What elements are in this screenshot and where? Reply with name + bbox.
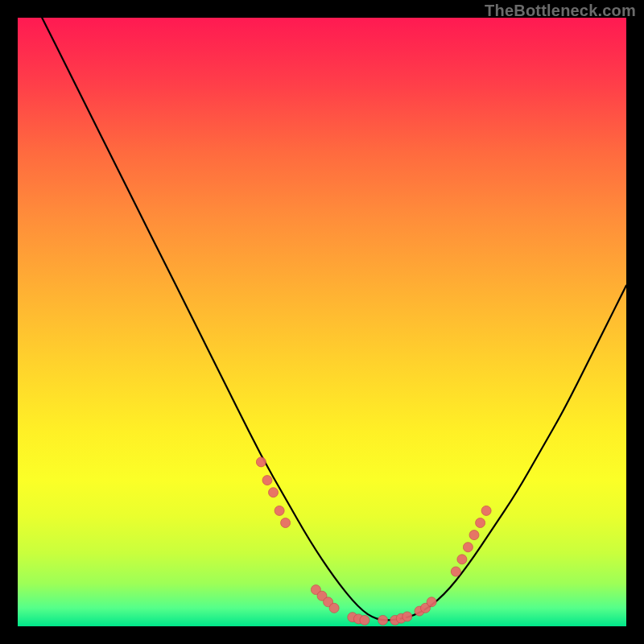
highlight-dot <box>469 530 479 540</box>
highlight-dot <box>275 506 284 515</box>
highlight-dot <box>463 543 473 552</box>
highlight-dot <box>476 518 485 528</box>
highlight-dot <box>256 457 266 467</box>
chart-frame <box>18 18 626 626</box>
highlight-dot <box>457 555 467 564</box>
highlighted-points-group <box>256 457 491 625</box>
highlight-dot <box>481 506 491 515</box>
watermark-text: TheBottleneck.com <box>485 2 636 20</box>
highlight-dot <box>262 476 272 485</box>
highlight-dot <box>281 518 291 528</box>
bottleneck-curve <box>42 18 626 620</box>
chart-svg <box>18 18 626 626</box>
highlight-dot <box>427 597 436 607</box>
highlight-dot <box>269 488 279 497</box>
highlight-dot <box>378 615 388 625</box>
highlight-dot <box>451 567 460 576</box>
highlight-dot <box>329 603 339 613</box>
highlight-dot <box>360 615 369 625</box>
highlight-dot <box>402 612 412 621</box>
